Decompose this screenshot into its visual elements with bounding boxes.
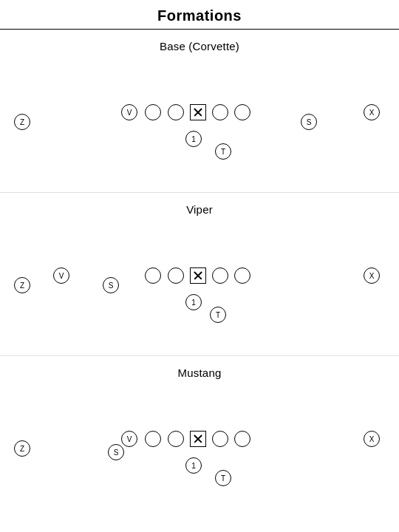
player-icon: X <box>364 104 380 120</box>
player-icon <box>168 267 184 284</box>
player-icon <box>168 431 184 447</box>
player-icon: 1 <box>185 457 202 474</box>
formation-section: MustangZVSX1T <box>0 356 399 519</box>
player-icon <box>145 431 161 447</box>
player-icon: X <box>364 267 380 284</box>
player-icon <box>212 431 228 447</box>
player-icon <box>234 267 250 284</box>
player-icon <box>212 104 228 120</box>
player-icon: X <box>364 431 380 447</box>
player-icon: T <box>215 143 231 160</box>
player-icon: Z <box>14 440 30 457</box>
player-icon <box>145 104 161 120</box>
player-icon <box>168 104 184 120</box>
player-icon: V <box>121 104 137 120</box>
player-icon <box>212 267 228 284</box>
player-icon: T <box>210 307 226 323</box>
player-icon: S <box>301 114 317 130</box>
formation-label: Viper <box>0 193 399 216</box>
player-icon: S <box>103 277 119 293</box>
player-icon <box>234 431 250 447</box>
player-icon: 1 <box>185 131 202 147</box>
player-icon <box>190 267 206 284</box>
player-icon: T <box>215 470 231 486</box>
player-icon: S <box>108 444 124 460</box>
player-icon: Z <box>14 277 30 293</box>
player-icon: 1 <box>185 294 202 310</box>
page-title: Formations <box>0 0 399 30</box>
formation-label: Mustang <box>0 356 399 379</box>
player-icon: V <box>53 267 69 284</box>
player-icon <box>234 104 250 120</box>
formation-section: ViperZVSX1T <box>0 193 399 355</box>
formation-label: Base (Corvette) <box>0 30 399 52</box>
player-icon <box>145 267 161 284</box>
formation-section: Base (Corvette)ZVSX1T <box>0 30 399 192</box>
player-icon <box>190 104 206 120</box>
player-icon: Z <box>14 114 30 130</box>
player-icon <box>190 431 206 447</box>
player-icon: V <box>121 431 137 447</box>
